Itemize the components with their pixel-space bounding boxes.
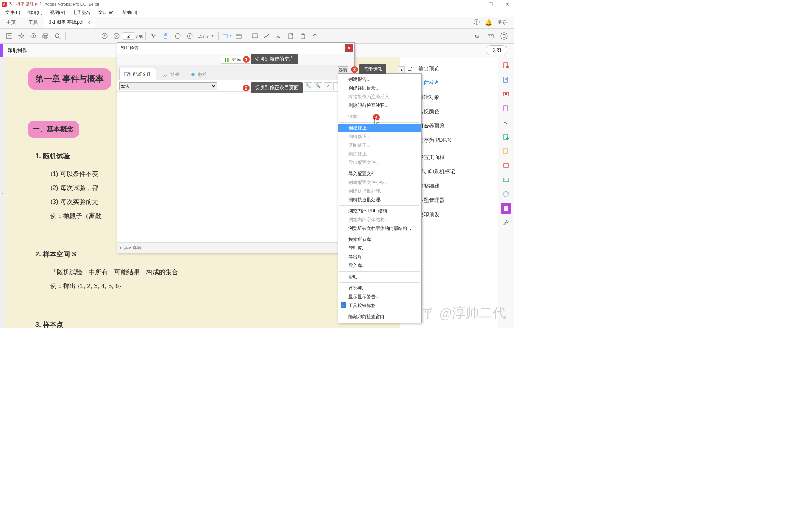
strip-icon-9[interactable] (501, 175, 511, 185)
menu-item-7: 复制修正... (338, 141, 421, 150)
strip-icon-6[interactable] (501, 132, 511, 142)
menu-item-16[interactable]: 浏览所有文档字体的内部结构... (338, 224, 421, 233)
preflight-titlebar[interactable]: 印前检查 ✕ (117, 43, 354, 54)
link-icon[interactable] (471, 30, 483, 42)
fit-width-icon[interactable]: ▼ (221, 30, 232, 42)
menu-item-10[interactable]: 导入配置文件... (338, 170, 421, 178)
menu-window[interactable]: 窗口(W) (96, 9, 117, 17)
menu-item-25[interactable]: 隐藏印前检查窗口 (338, 313, 421, 321)
menubar: 文件(F) 编辑(E) 视图(V) 电子签名 窗口(W) 帮助(H) (0, 8, 514, 17)
preflight-close-button[interactable]: ✕ (345, 44, 353, 52)
tab-result[interactable]: 结果 (158, 69, 184, 80)
menu-item-14[interactable]: 浏览内部 PDF 结构... (338, 207, 421, 215)
menu-item-23[interactable]: 显示显示警告... (338, 293, 421, 301)
menu-item-18[interactable]: 管理库... (338, 244, 421, 253)
strip-icon-3[interactable] (501, 89, 511, 99)
comment-icon[interactable] (249, 30, 261, 42)
menu-separator (339, 205, 420, 206)
strip-icon-10[interactable] (501, 189, 511, 199)
tab-standard[interactable]: 标准 (185, 69, 212, 80)
menu-item-0[interactable]: 创建报告... (338, 75, 421, 84)
bell-icon[interactable]: 🔔 (485, 19, 492, 26)
strip-icon-4[interactable] (501, 103, 511, 114)
strip-icon-2[interactable] (501, 74, 511, 85)
preflight-footer[interactable]: ▸ 其它选项 (117, 242, 354, 253)
options-button[interactable]: 选项 (338, 66, 348, 74)
print-icon[interactable] (40, 30, 51, 42)
tab-config[interactable]: 配置文件 (119, 68, 156, 80)
page-down-icon[interactable] (111, 30, 122, 42)
strip-icon-production[interactable] (501, 203, 511, 214)
filter-btn-2[interactable]: 🔍 (314, 82, 322, 90)
save-icon[interactable] (4, 30, 15, 42)
tab-document[interactable]: 3-1 概率 基础.pdf × (44, 17, 95, 28)
account-icon[interactable] (498, 30, 510, 42)
strip-icon-7[interactable] (501, 146, 511, 156)
menu-item-21[interactable]: 帮助 (338, 273, 421, 281)
menu-item-5[interactable]: 创建修正... (338, 124, 421, 132)
page-up-icon[interactable] (99, 30, 110, 42)
page-total: / 40 (136, 34, 143, 38)
menu-item-22[interactable]: 首选项... (338, 284, 421, 293)
menu-view[interactable]: 视图(V) (48, 9, 67, 17)
page-number-input[interactable] (123, 32, 134, 40)
expand-icon: ▸ (120, 245, 122, 250)
pointer-icon[interactable] (148, 30, 159, 42)
menu-item-6: 编辑修正... (338, 132, 421, 141)
cloud-upload-icon[interactable] (28, 30, 39, 42)
strip-icon-1[interactable] (501, 60, 511, 71)
zoom-out-icon[interactable] (172, 30, 183, 42)
menu-item-13[interactable]: 编辑快捷批处理... (338, 196, 421, 204)
close-panel-button[interactable]: 关闭 (486, 45, 508, 55)
rotate-icon[interactable] (309, 30, 321, 42)
filter-btn-3[interactable]: ✓ (324, 82, 332, 90)
close-button[interactable]: ✕ (503, 1, 512, 7)
annotation-3: 点击选项 (359, 64, 386, 74)
menu-item-3[interactable]: 删除印前检查注释... (338, 101, 421, 110)
menu-item-19[interactable]: 导出库... (338, 253, 421, 261)
menu-file[interactable]: 文件(F) (3, 9, 22, 17)
login-button[interactable]: 登录 (498, 19, 508, 26)
left-expand-handle[interactable]: ▸ (0, 57, 5, 328)
menu-item-1[interactable]: 创建详细目录... (338, 84, 421, 93)
tab-tools[interactable]: 工具 (22, 17, 44, 28)
menu-separator (339, 111, 420, 111)
menu-separator (339, 168, 420, 168)
sign-icon[interactable] (273, 30, 285, 42)
delete-icon[interactable] (297, 30, 309, 42)
menu-separator (339, 311, 420, 311)
tab-home[interactable]: 主页 (0, 17, 22, 28)
svg-point-25 (501, 33, 508, 39)
menu-item-24[interactable]: 工具按钮标签 (338, 301, 421, 310)
read-mode-icon[interactable] (233, 30, 244, 42)
tab-close-icon[interactable]: × (87, 20, 90, 26)
menu-esign[interactable]: 电子签名 (70, 9, 93, 17)
hand-icon[interactable] (160, 30, 171, 42)
svg-rect-19 (252, 34, 258, 38)
strip-icon-8[interactable] (501, 160, 511, 171)
strip-icon-wrench[interactable] (501, 217, 511, 228)
minimize-button[interactable]: — (469, 1, 479, 7)
star-icon[interactable] (16, 30, 27, 42)
zoom-dropdown-icon[interactable]: ▼ (211, 34, 214, 38)
highlight-icon[interactable] (261, 30, 273, 42)
titlebar: A 3-1 概率 基础.pdf - Adobe Acrobat Pro DC (… (0, 0, 514, 8)
email-icon[interactable] (485, 30, 496, 42)
preflight-list-area[interactable] (117, 92, 354, 242)
stamp-icon[interactable] (285, 30, 297, 42)
strip-icon-5[interactable] (501, 117, 511, 128)
menu-item-20[interactable]: 导入库... (338, 261, 421, 270)
help-icon[interactable]: ⓘ (474, 18, 480, 26)
filter-select[interactable]: 默认 (119, 82, 217, 90)
filter-btn-1[interactable]: 🔧 (304, 82, 312, 90)
maximize-button[interactable]: ☐ (486, 1, 495, 7)
menu-edit[interactable]: 编辑(E) (25, 9, 45, 17)
search-icon[interactable] (52, 30, 63, 42)
production-title: 印刷制作 (8, 47, 27, 54)
annotation-2: 切换到修正条目页面 (251, 82, 303, 93)
menu-item-17[interactable]: 搜索所有库 (338, 235, 421, 244)
options-dropdown-menu: 创建报告...创建详细目录...将结果作为注释插入删除印前检查注释...收藏创建… (338, 73, 422, 323)
zoom-in-icon[interactable] (184, 30, 195, 42)
scroll-up-icon[interactable]: ▴ (398, 66, 405, 73)
menu-help[interactable]: 帮助(H) (120, 9, 140, 17)
